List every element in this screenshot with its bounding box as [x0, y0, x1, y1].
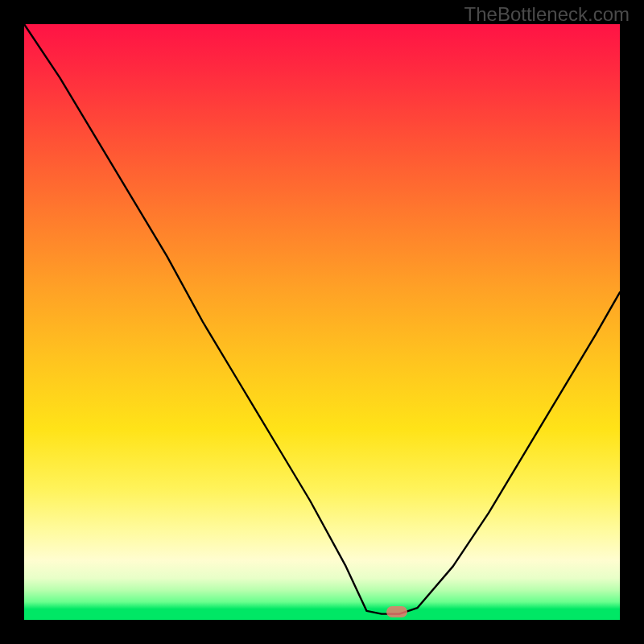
bottleneck-curve: [24, 24, 620, 620]
watermark-text: TheBottleneck.com: [464, 3, 630, 26]
plot-area: [24, 24, 620, 620]
optimal-point-marker: [386, 606, 407, 617]
chart-container: TheBottleneck.com: [0, 0, 644, 644]
